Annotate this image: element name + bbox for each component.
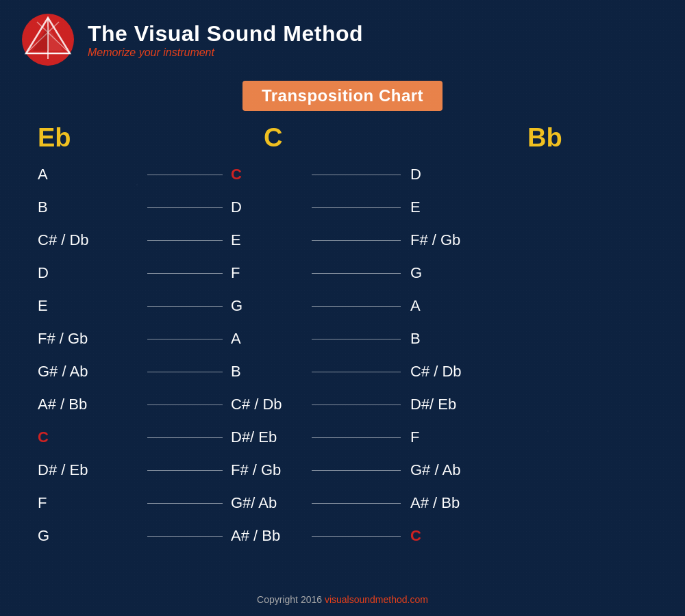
- note-c: D#/ Eb: [223, 428, 312, 446]
- header-text: The Visual Sound Method Memorize your in…: [88, 21, 363, 59]
- note-eb: D# / Eb: [38, 461, 147, 479]
- connector-line-left: [147, 306, 223, 307]
- note-bb: A: [401, 297, 647, 315]
- note-c: E: [223, 231, 312, 249]
- table-row: A C D: [38, 158, 647, 191]
- table-row: G# / Ab B C# / Db: [38, 355, 647, 388]
- note-eb: E: [38, 297, 147, 315]
- note-bb: F# / Gb: [401, 231, 647, 249]
- note-c: C: [223, 166, 312, 183]
- note-c: F: [223, 264, 312, 282]
- table-row: C D#/ Eb F: [38, 421, 647, 454]
- note-bb: D: [401, 166, 647, 183]
- note-c: G#/ Ab: [223, 494, 312, 512]
- note-eb: C# / Db: [38, 231, 147, 249]
- note-eb: F: [38, 494, 147, 512]
- chart-title-wrapper: Transposition Chart: [0, 81, 685, 111]
- connector-line-left: [147, 437, 223, 438]
- app-subtitle: Memorize your instrument: [88, 47, 363, 59]
- table-row: A# / Bb C# / Db D#/ Eb: [38, 388, 647, 421]
- connector-line-right: [312, 536, 401, 537]
- col-header-bb: Bb: [527, 123, 647, 153]
- note-c: A: [223, 330, 312, 348]
- note-c: G: [223, 297, 312, 315]
- note-c: B: [223, 363, 312, 381]
- app-title: The Visual Sound Method: [88, 21, 363, 47]
- note-bb: A# / Bb: [401, 494, 647, 512]
- note-bb: G# / Ab: [401, 461, 647, 479]
- table-row: D F G: [38, 257, 647, 290]
- connector-line-right: [312, 405, 401, 405]
- connector-line-right: [312, 470, 401, 471]
- note-bb: E: [401, 198, 647, 216]
- note-eb: G# / Ab: [38, 363, 147, 381]
- table-row: G A# / Bb C: [38, 519, 647, 552]
- footer: Copyright 2016 visualsoundmethod.com: [0, 594, 685, 605]
- note-eb: C: [38, 428, 147, 446]
- col-header-eb: Eb: [38, 123, 206, 153]
- connector-line-left: [147, 339, 223, 339]
- note-bb: C# / Db: [401, 363, 647, 381]
- note-c: A# / Bb: [223, 527, 312, 545]
- note-eb: A: [38, 166, 147, 183]
- note-eb: F# / Gb: [38, 330, 147, 348]
- table-row: C# / Db E F# / Gb: [38, 224, 647, 257]
- connector-line-right: [312, 273, 401, 274]
- table-row: B D E: [38, 191, 647, 224]
- column-headers: Eb C Bb: [38, 123, 647, 153]
- note-eb: G: [38, 527, 147, 545]
- table-row: E G A: [38, 290, 647, 322]
- note-eb: B: [38, 198, 147, 216]
- table-row: F# / Gb A B: [38, 322, 647, 355]
- connector-line-left: [147, 175, 223, 175]
- connector-line-left: [147, 207, 223, 208]
- note-bb: D#/ Eb: [401, 396, 647, 413]
- logo-icon: [21, 12, 75, 67]
- connector-line-right: [312, 437, 401, 438]
- note-c: F# / Gb: [223, 461, 312, 479]
- footer-link[interactable]: visualsoundmethod.com: [325, 594, 428, 605]
- connector-line-right: [312, 240, 401, 241]
- connector-line-right: [312, 503, 401, 504]
- chart-title: Transposition Chart: [242, 81, 443, 111]
- connector-line-right: [312, 339, 401, 339]
- connector-line-left: [147, 273, 223, 274]
- chart-container: Eb C Bb A C D B D E C# / Db E F# / Gb D …: [0, 123, 685, 552]
- connector-line-right: [312, 372, 401, 372]
- connector-line-right: [312, 207, 401, 208]
- connector-line-left: [147, 405, 223, 405]
- note-eb: A# / Bb: [38, 396, 147, 413]
- table-row: F G#/ Ab A# / Bb: [38, 487, 647, 519]
- table-row: D# / Eb F# / Gb G# / Ab: [38, 454, 647, 487]
- note-c: C# / Db: [223, 396, 312, 413]
- note-bb: B: [401, 330, 647, 348]
- connector-line-left: [147, 240, 223, 241]
- connector-line-right: [312, 175, 401, 175]
- header: The Visual Sound Method Memorize your in…: [0, 0, 685, 74]
- connector-line-left: [147, 503, 223, 504]
- chart-rows: A C D B D E C# / Db E F# / Gb D F G E G …: [38, 158, 647, 552]
- note-bb: F: [401, 428, 647, 446]
- connector-line-left: [147, 470, 223, 471]
- connector-line-right: [312, 306, 401, 307]
- note-bb: G: [401, 264, 647, 282]
- note-c: D: [223, 198, 312, 216]
- col-header-c: C: [264, 123, 432, 153]
- copyright-text: Copyright 2016: [257, 594, 325, 605]
- note-bb: C: [401, 527, 647, 545]
- note-eb: D: [38, 264, 147, 282]
- connector-line-left: [147, 536, 223, 537]
- connector-line-left: [147, 372, 223, 372]
